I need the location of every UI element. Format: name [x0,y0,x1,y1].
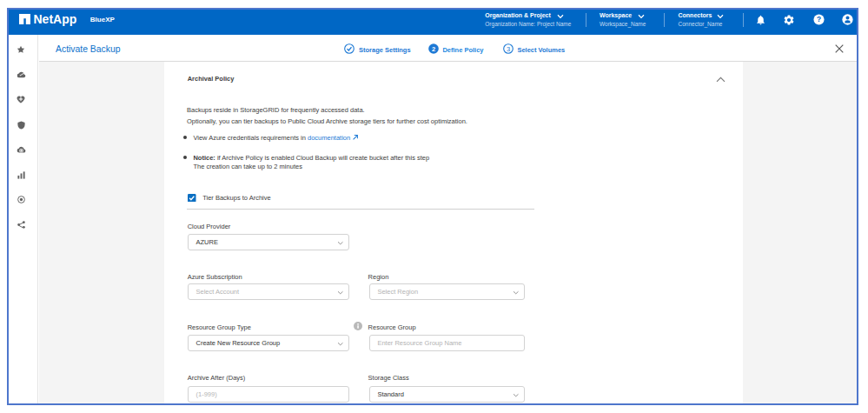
svg-text:2: 2 [431,45,434,53]
svg-text:3: 3 [507,45,510,53]
svg-text:?: ? [816,15,820,23]
